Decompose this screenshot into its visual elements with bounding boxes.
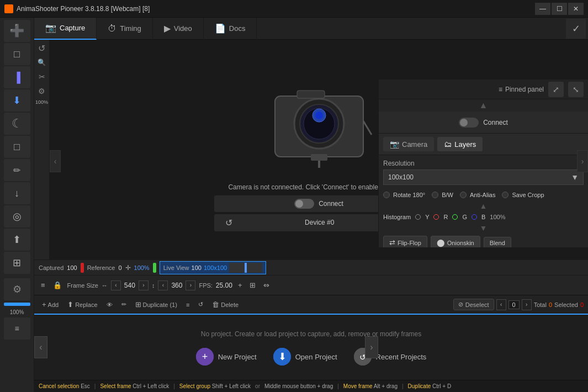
- onionskin-button[interactable]: ⬤ Onionskin: [431, 236, 480, 247]
- circle-tool-button[interactable]: ◎: [4, 205, 30, 227]
- recent-projects-label: Recent Projects: [376, 353, 427, 361]
- add-button[interactable]: + Add: [39, 299, 62, 310]
- savecrop-option[interactable]: Save Cropp: [502, 192, 544, 198]
- align-button[interactable]: ≡: [183, 300, 193, 310]
- collapse-up-chevron[interactable]: ▲: [383, 200, 584, 211]
- expand-button[interactable]: ⤢: [548, 82, 564, 97]
- strip-zoom-button[interactable]: 🔍: [36, 56, 48, 68]
- deselect-button[interactable]: ⊘ Deselect: [453, 299, 494, 310]
- toggle-knob: [295, 200, 303, 208]
- tools-sidebar: ➕ □ ▐ ⬇ ☾ □ ✏ ↓ ◎ ⬆ ⊞ ⚙ 100% ≡: [0, 18, 34, 392]
- color-picker-icon[interactable]: ✛: [125, 264, 131, 272]
- open-project-label: Open Project: [295, 353, 337, 361]
- resolution-label: Resolution: [383, 160, 584, 167]
- rp-connect-label: Connect: [483, 119, 508, 126]
- refresh-icon[interactable]: ↺: [225, 218, 232, 228]
- docs-tab-label: Docs: [229, 24, 246, 33]
- strip-settings-button[interactable]: ⚙: [36, 85, 48, 97]
- flip-flop-button[interactable]: ⇄ Flip-Flop: [383, 236, 427, 247]
- collapse-down-chevron[interactable]: ▼: [383, 223, 584, 234]
- expand-view-button[interactable]: ⇔: [261, 280, 272, 290]
- left-nav-arrow[interactable]: ‹: [50, 150, 61, 172]
- menu-tool-button[interactable]: ≡: [4, 317, 30, 340]
- savecrop-checkbox[interactable]: [502, 192, 508, 198]
- check-button[interactable]: ✓: [566, 19, 586, 39]
- tab-video[interactable]: ▶ Video: [153, 18, 204, 40]
- close-button[interactable]: ✕: [568, 3, 584, 15]
- expand2-button[interactable]: ⤡: [568, 82, 584, 97]
- antialias-checkbox[interactable]: [460, 192, 467, 198]
- count-next-button[interactable]: ›: [522, 299, 532, 310]
- rp-collapse-up[interactable]: ▲: [379, 99, 588, 112]
- svg-point-5: [315, 112, 323, 119]
- tab-timing[interactable]: ⏱ Timing: [97, 18, 153, 40]
- live-bar-fill: [245, 263, 247, 273]
- bw-option[interactable]: B/W: [432, 192, 453, 198]
- blend-button[interactable]: Blend: [484, 237, 511, 248]
- antialias-option[interactable]: Anti-Alias: [460, 192, 495, 198]
- fps-label: FPS:: [199, 282, 212, 289]
- rp-tab-camera[interactable]: 📷 Camera: [383, 137, 434, 151]
- width-decrease-button[interactable]: ‹: [111, 280, 121, 290]
- histogram-tool-button[interactable]: ▐: [4, 66, 30, 88]
- status-sep-1: |: [94, 383, 96, 389]
- deselect-icon: ⊘: [458, 301, 463, 308]
- tab-capture[interactable]: 📷 Capture: [34, 18, 97, 40]
- lock-button[interactable]: 🔒: [51, 280, 64, 290]
- import-tool-button[interactable]: ⬇: [4, 89, 30, 112]
- strip-cut-button[interactable]: ✂: [36, 71, 48, 83]
- frame-tool-button[interactable]: □: [4, 43, 30, 65]
- video-tab-label: Video: [174, 24, 192, 33]
- status-middle-key: Middle mouse button + drag: [264, 383, 333, 389]
- tab-docs[interactable]: 📄 Docs: [204, 18, 257, 40]
- rotate-option[interactable]: Rotate 180°: [383, 192, 425, 198]
- open-project-button[interactable]: ⬇ Open Project: [273, 348, 337, 365]
- selected-count: 0: [580, 301, 584, 308]
- duplicate-button[interactable]: ⊞ Duplicate (1): [132, 299, 181, 310]
- resolution-dropdown[interactable]: 100x100 ▼: [383, 169, 584, 185]
- settings-tool-button[interactable]: ⚙: [4, 278, 30, 300]
- histogram-label: Histogram: [383, 214, 411, 220]
- crop-button[interactable]: ⊞: [247, 280, 258, 290]
- minimize-button[interactable]: —: [535, 3, 550, 15]
- count-prev-button[interactable]: ‹: [496, 299, 506, 310]
- pencil-tool-button[interactable]: ✏: [4, 159, 30, 181]
- filmstrip-right-arrow[interactable]: ›: [365, 336, 378, 358]
- height-increase-button[interactable]: ›: [186, 280, 195, 290]
- pinned-panel-button[interactable]: ≡ Pinned panel: [499, 86, 544, 93]
- filmstrip-left-arrow[interactable]: ‹: [34, 336, 47, 358]
- status-select-key: Select frame Ctrl + Left click: [100, 383, 169, 389]
- width-increase-button[interactable]: ›: [139, 280, 149, 290]
- right-nav-arrow[interactable]: ›: [577, 150, 588, 172]
- docs-tab-icon: 📄: [215, 23, 226, 34]
- add-fps-button[interactable]: +: [236, 280, 245, 290]
- new-project-button[interactable]: + New Project: [196, 348, 257, 365]
- bw-checkbox[interactable]: [432, 192, 438, 198]
- rp-tab-layers[interactable]: 🗂 Layers: [437, 137, 483, 151]
- strip-refresh-button[interactable]: ↺: [36, 42, 48, 54]
- height-decrease-button[interactable]: ‹: [158, 280, 168, 290]
- status-duplicate-key: Duplicate Ctrl + D: [408, 383, 452, 389]
- clipboard-tool-button[interactable]: ⊞: [4, 252, 30, 274]
- onion-tool-button[interactable]: ☾: [4, 113, 30, 135]
- down-tool-button[interactable]: ↓: [4, 182, 30, 204]
- blue-strip: [4, 303, 30, 306]
- settings-controls-button[interactable]: ≡: [39, 280, 47, 290]
- histogram-r-dot: [433, 214, 439, 220]
- brush-button[interactable]: ✏: [118, 299, 130, 310]
- delete-button[interactable]: 🗑 Delete: [209, 299, 242, 310]
- up-tool-button[interactable]: ⬆: [4, 229, 30, 251]
- crop-tool-button[interactable]: □: [4, 136, 30, 158]
- add-layer-tool-button[interactable]: ➕: [4, 20, 30, 42]
- rotate-checkbox[interactable]: [383, 192, 390, 198]
- connect-toggle-switch[interactable]: [294, 199, 314, 209]
- maximize-button[interactable]: ☐: [552, 3, 567, 15]
- replace-button[interactable]: ⬆ Replace: [64, 299, 100, 310]
- histogram-percent: 100%: [490, 214, 505, 220]
- window-controls[interactable]: — ☐ ✕: [535, 3, 584, 15]
- deselect-label: Deselect: [465, 301, 489, 308]
- undo-button[interactable]: ↺: [195, 299, 206, 310]
- histogram-y-label: Y: [425, 214, 429, 220]
- rp-connect-toggle[interactable]: [459, 118, 479, 128]
- eye-button[interactable]: 👁: [103, 300, 116, 310]
